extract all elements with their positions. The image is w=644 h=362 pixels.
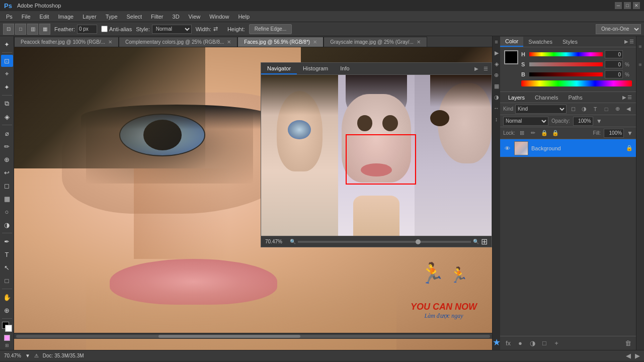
- hand-tool[interactable]: ✋: [1, 291, 13, 303]
- minimize-button[interactable]: ─: [615, 2, 622, 9]
- rect-marquee-btn[interactable]: ⊡: [3, 24, 14, 35]
- layer-item-background[interactable]: 👁 Background 🔒: [500, 139, 636, 157]
- background-color[interactable]: [5, 325, 12, 332]
- color-tab-swatches[interactable]: Swatches: [523, 37, 557, 46]
- gradient-tool[interactable]: ▦: [1, 193, 13, 205]
- strip-icon-3[interactable]: ◈: [493, 60, 500, 67]
- eyedropper-tool[interactable]: ◈: [1, 111, 13, 123]
- tab-grayscale[interactable]: Grayscale image.jpg @ 25% (Gray/... ✕: [324, 37, 427, 47]
- filter-shape-btn[interactable]: □: [602, 105, 611, 114]
- tab-faces[interactable]: Faces.jpg @ 56.9% (RGB/8*) ✕: [237, 37, 324, 47]
- tab-complementary-close[interactable]: ✕: [227, 39, 231, 45]
- pen-tool[interactable]: ✒: [1, 235, 13, 247]
- navigator-image[interactable]: [261, 75, 492, 236]
- spot-healing-tool[interactable]: ⌀: [1, 127, 13, 139]
- layers-tab-layers[interactable]: Layers: [504, 93, 529, 102]
- layer-adjustment-btn[interactable]: ◑: [527, 338, 537, 348]
- strip-icon-histogram[interactable]: ▦: [493, 82, 500, 89]
- marquee-tool[interactable]: ⊡: [1, 55, 13, 67]
- zoom-out-icon[interactable]: 🔍: [290, 239, 296, 244]
- maximize-button[interactable]: □: [624, 2, 631, 9]
- nav-expand-btn[interactable]: ▶: [472, 65, 480, 73]
- color-tab-color[interactable]: Color: [500, 37, 523, 47]
- menu-layer[interactable]: Layer: [78, 13, 101, 21]
- feather-input[interactable]: [77, 25, 97, 34]
- menu-ps[interactable]: Ps: [2, 13, 17, 21]
- mode-dropdown[interactable]: One-on-One: [596, 24, 641, 34]
- star-icon[interactable]: ★: [493, 337, 501, 347]
- tab-faces-close[interactable]: ✕: [313, 39, 317, 45]
- layers-tab-paths[interactable]: Paths: [565, 93, 587, 102]
- eraser-tool[interactable]: ◻: [1, 179, 13, 192]
- zoom-dropdown-btn[interactable]: ▼: [25, 353, 30, 358]
- antialias-checkbox[interactable]: [101, 26, 108, 32]
- zoom-fit-icon[interactable]: ⊞: [481, 237, 488, 246]
- zoom-tool[interactable]: ⊕: [1, 304, 13, 316]
- tab-complementary[interactable]: Complementary colors.jpg @ 25% (RGB/8...…: [119, 37, 237, 47]
- menu-file[interactable]: File: [18, 13, 35, 21]
- layers-tab-channels[interactable]: Channels: [531, 93, 562, 102]
- blur-tool[interactable]: ○: [1, 206, 13, 218]
- lasso-tool[interactable]: ⌖: [1, 68, 13, 80]
- opacity-dropdown-btn[interactable]: ▼: [596, 118, 602, 125]
- nav-menu-btn[interactable]: ☰: [481, 65, 490, 73]
- hscroll-thumb[interactable]: [158, 335, 301, 338]
- tab-peacock[interactable]: Peacock feather.jpg @ 100% (RGB/... ✕: [14, 37, 119, 47]
- scroll-left-btn[interactable]: ◀: [626, 352, 631, 359]
- opacity-input[interactable]: [573, 117, 593, 126]
- b-value-input[interactable]: [605, 70, 623, 78]
- layer-fx-btn[interactable]: fx: [503, 338, 513, 348]
- magic-wand-tool[interactable]: ✦: [1, 81, 13, 93]
- zoom-in-icon[interactable]: 🔍: [473, 239, 479, 244]
- marquee-opt1[interactable]: □: [15, 24, 26, 35]
- lock-position-btn[interactable]: ✏: [529, 129, 537, 137]
- strip-icon-1[interactable]: ≡: [493, 38, 500, 45]
- menu-image[interactable]: Image: [54, 13, 78, 21]
- refine-edge-button[interactable]: Refine Edge...: [249, 24, 292, 34]
- layer-group-btn[interactable]: □: [539, 338, 549, 348]
- strip-icon-6[interactable]: ↕: [493, 116, 500, 123]
- scroll-right-btn[interactable]: ▶: [635, 352, 640, 359]
- lock-pixels-btn[interactable]: ⊞: [518, 129, 526, 137]
- menu-window[interactable]: Window: [205, 13, 233, 21]
- color-tab-styles[interactable]: Styles: [557, 37, 583, 46]
- path-selection-tool[interactable]: ↖: [1, 261, 13, 274]
- close-button[interactable]: ✕: [633, 2, 640, 9]
- layers-panel-expand[interactable]: ▶: [622, 95, 626, 100]
- menu-3d[interactable]: 3D: [169, 13, 184, 21]
- clone-stamp-tool[interactable]: ⊕: [1, 153, 13, 165]
- width-swap-icon[interactable]: ⇄: [213, 26, 223, 32]
- history-brush-tool[interactable]: ↩: [1, 166, 13, 178]
- strip-icon-5[interactable]: ↔: [493, 105, 500, 112]
- kind-select[interactable]: Kind: [515, 105, 567, 114]
- layer-new-btn[interactable]: +: [551, 338, 561, 348]
- fill-input[interactable]: [604, 129, 624, 138]
- dodge-tool[interactable]: ◑: [1, 219, 13, 231]
- move-tool[interactable]: ✦: [1, 38, 13, 50]
- b-slider[interactable]: [529, 72, 603, 76]
- spectrum-bar[interactable]: [521, 80, 632, 86]
- quick-mask-btn[interactable]: [4, 335, 10, 341]
- layer-delete-btn[interactable]: 🗑: [623, 338, 633, 348]
- tab-peacock-close[interactable]: ✕: [108, 39, 112, 45]
- brush-tool[interactable]: ✏: [1, 140, 13, 152]
- menu-filter[interactable]: Filter: [147, 13, 167, 21]
- nav-tab-info[interactable]: Info: [334, 63, 355, 74]
- right-strip-btn-1[interactable]: ≡: [637, 39, 644, 54]
- menu-edit[interactable]: Edit: [36, 13, 53, 21]
- zoom-slider[interactable]: [298, 241, 471, 243]
- strip-icon-adjust[interactable]: ◑: [493, 94, 500, 101]
- marquee-opt2[interactable]: ▥: [27, 24, 38, 35]
- menu-select[interactable]: Select: [123, 13, 146, 21]
- screen-mode-btn[interactable]: ⊞: [5, 343, 9, 348]
- blend-mode-select[interactable]: Normal Dissolve Multiply Screen Overlay: [503, 117, 548, 126]
- h-value-input[interactable]: [605, 50, 623, 58]
- tab-grayscale-close[interactable]: ✕: [417, 39, 421, 45]
- color-preview-swatch[interactable]: [504, 50, 518, 64]
- shape-tool[interactable]: □: [1, 275, 13, 287]
- strip-icon-2[interactable]: ▶: [493, 49, 500, 56]
- s-slider[interactable]: [529, 62, 603, 66]
- crop-tool[interactable]: ⧉: [1, 98, 13, 110]
- menu-help[interactable]: Help: [234, 13, 254, 21]
- color-panel-menu[interactable]: ☰: [629, 39, 634, 44]
